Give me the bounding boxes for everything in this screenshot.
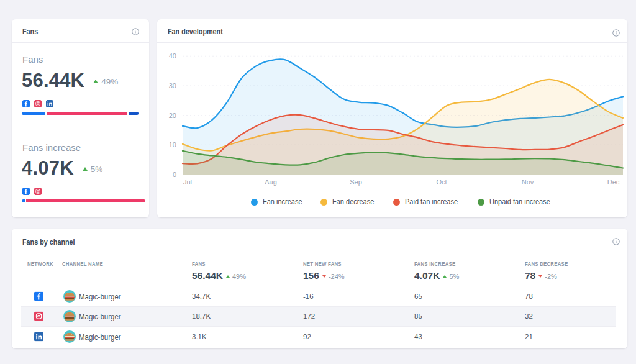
column-header-network: Network xyxy=(27,260,53,267)
column-header-fans-increase: Fans increase xyxy=(414,260,455,267)
channel-name: Magic-burger xyxy=(79,332,121,341)
legend-dot-paid-fan-increase xyxy=(393,199,400,206)
cell-fans: 34.7K xyxy=(192,293,211,300)
fans-increase-delta: 5% xyxy=(83,165,103,174)
fans-by-channel-header: Fans by channel xyxy=(12,229,627,252)
fans-increase-value: 4.07K xyxy=(22,158,74,178)
channels-table: Magic-burger 34.7K -16 65 78 Magic-burge… xyxy=(21,286,616,347)
summary-net-new-value: 156 xyxy=(303,270,319,281)
fans-increase-label: Fans increase xyxy=(22,142,81,153)
cell-fans-decrease: 32 xyxy=(525,312,533,320)
avatar xyxy=(63,330,76,343)
cell-fans-decrease: 21 xyxy=(525,333,533,340)
summary-fans-delta: 49% xyxy=(226,273,246,280)
linkedin-icon xyxy=(46,100,53,107)
summary-increase-delta: 5% xyxy=(443,273,459,280)
cell-fans: 3.1K xyxy=(192,333,207,340)
progress-segment xyxy=(26,199,145,202)
trend-up-icon xyxy=(93,80,98,83)
column-header-fans: Fans xyxy=(192,260,206,267)
table-row[interactable]: Magic-burger 18.7K 172 85 32 xyxy=(21,307,616,327)
avatar xyxy=(63,310,76,322)
trend-down-icon xyxy=(322,275,326,278)
legend-label: Paid fan increase xyxy=(405,198,458,206)
table-row[interactable]: Magic-burger 34.7K -16 65 78 xyxy=(21,286,616,307)
summary-fans-value: 56.44K xyxy=(192,270,223,281)
progress-segment xyxy=(22,199,25,202)
x-axis-label: Dec xyxy=(607,178,620,186)
cell-fans-decrease: 78 xyxy=(525,293,533,300)
fans-card: Fans Fans 56.44K 49% Fans increase 4.07K… xyxy=(12,19,149,217)
progress-segment xyxy=(129,112,139,115)
facebook-icon xyxy=(22,100,30,107)
fans-by-channel-card: Fans by channel Network Channel name Fan… xyxy=(12,229,627,348)
x-axis-label: Nov xyxy=(522,178,534,186)
fans-card-title: Fans xyxy=(22,27,38,36)
info-icon[interactable] xyxy=(612,238,620,245)
cell-net-new-fans: 92 xyxy=(303,333,311,340)
fans-progress-bar xyxy=(22,112,139,115)
progress-segment xyxy=(47,112,127,115)
legend-label: Fan increase xyxy=(263,198,302,206)
fans-metric-value-row: 56.44K 49% xyxy=(22,70,118,91)
instagram-icon xyxy=(34,100,42,107)
legend-dot-unpaid-fan-increase xyxy=(478,199,484,206)
x-axis-label: Sep xyxy=(350,178,362,186)
summary-increase-value: 4.07K xyxy=(414,270,440,281)
summary-decrease-delta: -2% xyxy=(538,273,557,280)
y-axis-label: 10 xyxy=(169,141,176,148)
fan-development-card: Fan development 010203040JulAugSepOctNov… xyxy=(157,19,627,217)
column-header-channel-name: Channel name xyxy=(62,260,103,267)
linkedin-icon xyxy=(34,332,43,341)
x-axis-label: Aug xyxy=(265,178,277,186)
progress-segment xyxy=(22,112,45,115)
instagram-icon xyxy=(34,312,43,321)
legend-label: Unpaid fan increase xyxy=(489,198,550,206)
cell-fans: 18.7K xyxy=(192,312,211,320)
instagram-icon xyxy=(34,188,42,195)
facebook-icon xyxy=(34,291,43,301)
divider xyxy=(12,129,149,129)
table-row[interactable]: Magic-burger 3.1K 92 43 21 xyxy=(21,327,616,347)
fans-increase-progress-bar xyxy=(22,199,145,202)
y-axis-label: 30 xyxy=(169,82,176,89)
legend-dot-fan-decrease xyxy=(320,199,327,206)
legend-dot-fan-increase xyxy=(251,199,258,206)
fans-metric-delta-pct: 49% xyxy=(101,77,118,86)
legend-label: Fan decrease xyxy=(332,198,374,206)
fans-increase-value-row: 4.07K 5% xyxy=(22,158,102,178)
fans-card-header: Fans xyxy=(12,19,149,43)
legend-item-paid-fan-increase[interactable]: Paid fan increase xyxy=(393,198,465,206)
fans-increase-delta-pct: 5% xyxy=(91,165,103,174)
cell-net-new-fans: -16 xyxy=(303,293,314,300)
cell-fans-increase: 43 xyxy=(414,333,422,340)
chart-legend: Fan increase Fan decrease Paid fan incre… xyxy=(157,198,627,206)
x-axis-label: Oct xyxy=(436,178,447,186)
trend-up-icon xyxy=(226,275,230,278)
fans-by-channel-title: Fans by channel xyxy=(22,237,75,247)
channel-name: Magic-burger xyxy=(79,291,121,301)
fans-network-icons xyxy=(22,100,53,107)
y-axis-label: 0 xyxy=(173,171,176,178)
y-axis-label: 40 xyxy=(169,52,176,60)
summary-increase-pct: 5% xyxy=(449,273,459,280)
summary-fans: 56.44K 49% xyxy=(192,270,246,281)
legend-item-fan-decrease[interactable]: Fan decrease xyxy=(320,198,379,206)
fans-metric-value: 56.44K xyxy=(22,70,84,91)
cell-net-new-fans: 172 xyxy=(303,312,315,320)
legend-item-fan-increase[interactable]: Fan increase xyxy=(251,198,307,206)
y-axis-label: 20 xyxy=(169,112,176,119)
fan-development-chart: 010203040JulAugSepOctNovDec xyxy=(157,19,627,217)
summary-fans-pct: 49% xyxy=(232,273,246,280)
summary-decrease-value: 78 xyxy=(525,270,535,281)
info-icon[interactable] xyxy=(132,28,139,35)
legend-item-unpaid-fan-increase[interactable]: Unpaid fan increase xyxy=(478,198,558,206)
summary-net-new-delta: -24% xyxy=(322,273,345,280)
x-axis-label: Jul xyxy=(183,178,192,186)
column-header-fans-decrease: Fans decrease xyxy=(525,260,568,267)
summary-net-new-fans: 156 -24% xyxy=(303,270,345,281)
trend-up-icon xyxy=(443,275,447,278)
fans-metric-delta: 49% xyxy=(93,77,118,86)
cell-fans-increase: 65 xyxy=(414,293,422,300)
summary-net-new-pct: -24% xyxy=(329,273,345,280)
